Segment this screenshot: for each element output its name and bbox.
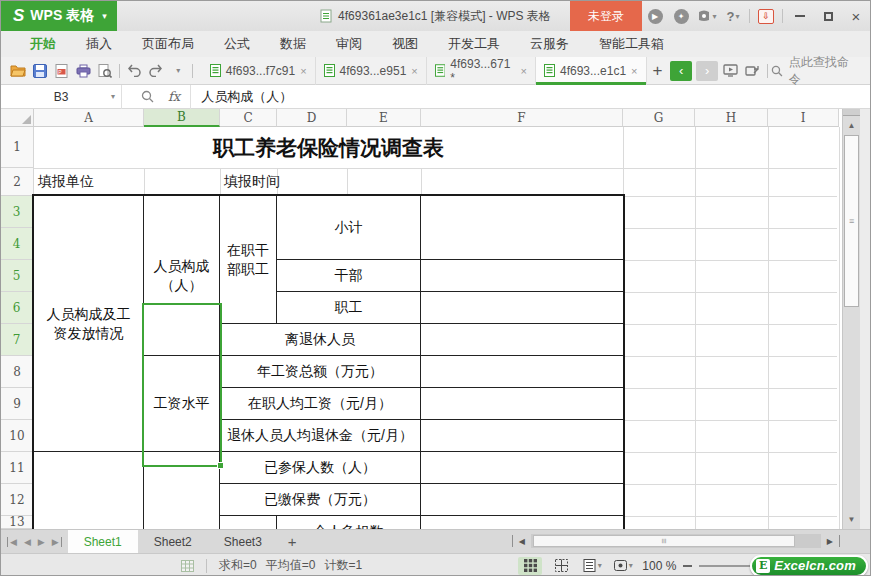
- last-sheet-icon[interactable]: ▶: [52, 537, 62, 547]
- save-icon[interactable]: [29, 59, 51, 83]
- tab-insert[interactable]: 插入: [71, 35, 127, 53]
- add-sheet-button[interactable]: +: [278, 530, 307, 553]
- cell-F9[interactable]: [421, 388, 623, 420]
- cell-A2[interactable]: 填报单位: [38, 168, 94, 196]
- column-header-B-selected[interactable]: B: [144, 109, 220, 127]
- scroll-left-icon[interactable]: ◀: [519, 537, 525, 546]
- scroll-up-icon[interactable]: ▲: [843, 117, 860, 133]
- page-layout-view-icon[interactable]: ▾: [580, 557, 604, 575]
- cell-D13-merged[interactable]: 个人负担数: [277, 516, 421, 529]
- cell-B11-merged[interactable]: [144, 452, 220, 529]
- insert-function-button[interactable]: fx: [158, 89, 190, 104]
- select-all-corner[interactable]: [1, 109, 34, 127]
- cell-B8-merged[interactable]: 工资水平: [144, 356, 220, 452]
- redo-icon[interactable]: [145, 59, 167, 83]
- column-header-D[interactable]: D: [277, 109, 347, 127]
- column-header-C[interactable]: C: [220, 109, 277, 127]
- tab-scroll-left-button[interactable]: ‹: [670, 61, 692, 81]
- download-update-icon[interactable]: ⇩: [753, 1, 779, 31]
- cell-F3-merged[interactable]: [421, 196, 623, 260]
- search-icon[interactable]: [136, 85, 158, 109]
- cell-C2[interactable]: 填报时间: [224, 168, 280, 196]
- minimize-button[interactable]: [786, 1, 814, 31]
- cell-C10-merged[interactable]: 退休人员人均退休金（元/月）: [220, 420, 421, 452]
- cell-C12-merged[interactable]: 已缴保费（万元）: [220, 484, 421, 516]
- cell-F13[interactable]: [421, 516, 623, 529]
- cell-F6[interactable]: [421, 292, 623, 324]
- row-header-8[interactable]: 8: [1, 356, 34, 388]
- scroll-right-icon[interactable]: ▶: [827, 537, 833, 546]
- row-header-10[interactable]: 10: [1, 420, 34, 452]
- sheet-tab-2[interactable]: Sheet2: [138, 530, 208, 553]
- doc-tab-4-active[interactable]: 4f693...e1c1 ×: [536, 57, 647, 85]
- help-icon[interactable]: ? ▾: [720, 1, 746, 31]
- column-header-G[interactable]: G: [623, 109, 695, 127]
- cell-C7-merged[interactable]: 离退休人员: [220, 324, 421, 356]
- tab-page-layout[interactable]: 页面布局: [127, 35, 209, 53]
- column-header-I[interactable]: I: [768, 109, 839, 127]
- split-handle[interactable]: [839, 535, 840, 547]
- cell-A1-title[interactable]: 职工养老保险情况调查表: [34, 127, 623, 168]
- zoom-slider[interactable]: [699, 565, 757, 567]
- tab-data[interactable]: 数据: [265, 35, 321, 53]
- cell-D3-merged[interactable]: 小计: [277, 196, 421, 260]
- wps-menu-button[interactable]: S WPS 表格 ▾: [1, 1, 117, 31]
- print-icon[interactable]: [73, 59, 95, 83]
- skin-icon[interactable]: ▾: [694, 1, 720, 31]
- scroll-down-icon[interactable]: ▼: [843, 511, 860, 527]
- cell-A3-merged[interactable]: 人员构成及工资发放情况: [34, 196, 144, 452]
- close-tab-icon[interactable]: ×: [631, 65, 637, 77]
- cell-F8[interactable]: [421, 356, 623, 388]
- next-sheet-icon[interactable]: ▶: [38, 537, 45, 547]
- cell-F7[interactable]: [421, 324, 623, 356]
- cell-F12[interactable]: [421, 484, 623, 516]
- open-file-icon[interactable]: [7, 59, 29, 83]
- share-icon[interactable]: [742, 59, 764, 83]
- cell-B3-selected[interactable]: 人员构成（人）: [144, 196, 220, 356]
- tab-developer[interactable]: 开发工具: [433, 35, 515, 53]
- zoom-out-button[interactable]: [683, 565, 692, 567]
- export-pdf-icon[interactable]: P: [51, 59, 73, 83]
- cell-C3-merged[interactable]: 在职干部职工: [220, 196, 277, 324]
- close-tab-icon[interactable]: ×: [300, 65, 306, 77]
- row-header-13[interactable]: 13: [1, 516, 34, 529]
- cell-D6[interactable]: 职工: [277, 292, 421, 324]
- column-header-F[interactable]: F: [421, 109, 623, 127]
- cell-F10[interactable]: [421, 420, 623, 452]
- close-tab-icon[interactable]: ×: [521, 65, 527, 77]
- cell-F5[interactable]: [421, 260, 623, 292]
- maximize-button[interactable]: [814, 1, 842, 31]
- row-header-5-selected[interactable]: 5: [1, 260, 34, 292]
- cell-F11[interactable]: [421, 452, 623, 484]
- formula-input[interactable]: 人员构成（人）: [191, 88, 292, 106]
- page-break-view-icon[interactable]: [549, 557, 573, 575]
- cell-D5[interactable]: 干部: [277, 260, 421, 292]
- normal-view-icon[interactable]: [518, 557, 542, 575]
- row-header-1[interactable]: 1: [1, 127, 34, 168]
- settings-icon[interactable]: ✦: [668, 1, 694, 31]
- cell-C9-merged[interactable]: 在职人均工资（元/月）: [220, 388, 421, 420]
- row-header-6-selected[interactable]: 6: [1, 292, 34, 324]
- vertical-scrollbar[interactable]: ▲ ≡ ▼: [842, 109, 860, 529]
- tab-formulas[interactable]: 公式: [209, 35, 265, 53]
- sheet-grid[interactable]: A B C D E F G H I 1 2 3 4 5 6 7 8 9 10 1…: [1, 109, 842, 529]
- first-sheet-icon[interactable]: ◀: [7, 537, 17, 547]
- zoom-level[interactable]: 100 %: [642, 559, 676, 573]
- close-button[interactable]: ×: [842, 1, 870, 31]
- fill-handle[interactable]: [217, 462, 224, 469]
- row-header-3-selected[interactable]: 3: [1, 196, 34, 228]
- community-icon[interactable]: ▶: [642, 1, 668, 31]
- tab-review[interactable]: 审阅: [321, 35, 377, 53]
- row-header-2[interactable]: 2: [1, 168, 34, 196]
- split-handle[interactable]: [512, 535, 513, 547]
- row-header-9[interactable]: 9: [1, 388, 34, 420]
- tab-home[interactable]: 开始: [15, 35, 71, 53]
- cell-C8-merged[interactable]: 年工资总额（万元）: [220, 356, 421, 388]
- new-document-button[interactable]: +: [647, 59, 669, 83]
- vertical-scroll-thumb[interactable]: ≡: [844, 135, 859, 307]
- row-header-4-selected[interactable]: 4: [1, 228, 34, 260]
- prev-sheet-icon[interactable]: ◀: [24, 537, 31, 547]
- doc-tab-3[interactable]: 4f693...671 * ×: [427, 57, 536, 85]
- row-header-12[interactable]: 12: [1, 484, 34, 516]
- undo-icon[interactable]: [123, 59, 145, 83]
